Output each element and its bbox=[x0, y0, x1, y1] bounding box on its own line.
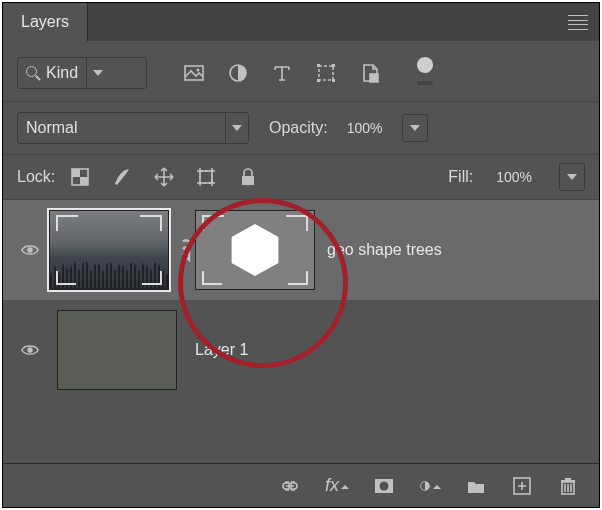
adjustment-layer-filter-icon[interactable] bbox=[227, 62, 249, 84]
svg-rect-6 bbox=[317, 79, 320, 82]
eye-icon bbox=[20, 340, 40, 360]
lock-icons-group bbox=[69, 166, 259, 188]
svg-rect-7 bbox=[332, 79, 335, 82]
svg-rect-5 bbox=[332, 64, 335, 67]
lock-image-icon[interactable] bbox=[111, 166, 133, 188]
delete-layer-icon[interactable] bbox=[557, 475, 579, 497]
svg-marker-21 bbox=[341, 485, 349, 489]
eye-icon bbox=[20, 240, 40, 260]
lock-all-icon[interactable] bbox=[237, 166, 259, 188]
lock-artboard-icon[interactable] bbox=[195, 166, 217, 188]
fill-value-text: 100% bbox=[488, 169, 540, 185]
filter-toggle[interactable] bbox=[409, 63, 433, 83]
svg-rect-12 bbox=[80, 177, 88, 185]
chevron-down-icon bbox=[87, 58, 109, 88]
svg-point-20 bbox=[27, 347, 32, 352]
lock-label: Lock: bbox=[17, 168, 55, 186]
layer-mask-thumbnail[interactable] bbox=[195, 210, 315, 290]
search-icon bbox=[26, 66, 40, 80]
lock-transparency-icon[interactable] bbox=[69, 166, 91, 188]
svg-point-1 bbox=[197, 69, 200, 72]
svg-rect-33 bbox=[561, 480, 575, 482]
new-group-icon[interactable] bbox=[465, 475, 487, 497]
visibility-toggle[interactable] bbox=[11, 240, 49, 260]
lock-fill-row: Lock: Fill: 100% bbox=[3, 155, 599, 200]
layers-panel: Layers Kind bbox=[2, 2, 600, 508]
svg-point-19 bbox=[27, 247, 32, 252]
add-mask-icon[interactable] bbox=[373, 475, 395, 497]
panel-tab-bar: Layers bbox=[3, 3, 599, 41]
blend-mode-dropdown[interactable]: Normal bbox=[17, 112, 249, 144]
blend-mode-label: Normal bbox=[26, 119, 78, 137]
toggle-notch-icon bbox=[417, 81, 433, 85]
tab-layers[interactable]: Layers bbox=[3, 3, 88, 41]
chevron-down-icon bbox=[567, 174, 577, 180]
svg-rect-8 bbox=[370, 74, 378, 82]
mask-link-icon[interactable] bbox=[177, 234, 195, 267]
layer-list: geo shape trees Layer 1 bbox=[3, 200, 599, 463]
svg-rect-11 bbox=[72, 169, 80, 177]
svg-rect-3 bbox=[319, 66, 333, 80]
svg-rect-18 bbox=[242, 176, 254, 185]
lock-position-icon[interactable] bbox=[153, 166, 175, 188]
chevron-down-icon bbox=[410, 125, 420, 131]
tab-bar-spacer bbox=[88, 3, 599, 41]
opacity-slider-toggle[interactable] bbox=[402, 114, 428, 142]
layer-name[interactable]: geo shape trees bbox=[327, 241, 442, 259]
layer-row[interactable]: geo shape trees bbox=[3, 200, 599, 300]
new-layer-icon[interactable] bbox=[511, 475, 533, 497]
svg-rect-4 bbox=[317, 64, 320, 67]
opacity-value[interactable]: 100% bbox=[338, 114, 392, 142]
filter-type-dropdown[interactable]: Kind bbox=[17, 57, 147, 89]
fill-value[interactable]: 100% bbox=[487, 163, 541, 191]
new-adjustment-layer-icon[interactable] bbox=[419, 475, 441, 497]
fx-label-text: fx bbox=[325, 475, 339, 496]
layer-name[interactable]: Layer 1 bbox=[195, 341, 248, 359]
svg-point-23 bbox=[380, 481, 389, 490]
shape-layer-filter-icon[interactable] bbox=[315, 62, 337, 84]
layer-row[interactable]: Layer 1 bbox=[3, 300, 599, 400]
blend-opacity-row: Normal Opacity: 100% bbox=[3, 102, 599, 155]
chevron-down-icon bbox=[433, 478, 441, 494]
layer-thumbnail[interactable] bbox=[57, 310, 177, 390]
filter-icon-group bbox=[183, 62, 381, 84]
layer-filter-row: Kind bbox=[3, 41, 599, 102]
fill-label[interactable]: Fill: bbox=[448, 168, 473, 186]
filter-type-label: Kind bbox=[46, 64, 78, 82]
hexagon-shape-icon bbox=[229, 224, 281, 276]
opacity-label[interactable]: Opacity: bbox=[269, 119, 328, 137]
type-layer-filter-icon[interactable] bbox=[271, 62, 293, 84]
panel-menu-icon[interactable] bbox=[567, 11, 589, 33]
svg-rect-34 bbox=[565, 478, 571, 480]
layer-actions-bar: fx bbox=[3, 463, 599, 507]
opacity-value-text: 100% bbox=[339, 120, 391, 136]
svg-marker-25 bbox=[433, 485, 441, 489]
smartobject-layer-filter-icon[interactable] bbox=[359, 62, 381, 84]
fill-slider-toggle[interactable] bbox=[559, 163, 585, 191]
chevron-down-icon bbox=[226, 113, 248, 143]
svg-rect-13 bbox=[200, 171, 212, 183]
chevron-down-icon bbox=[341, 475, 349, 496]
link-layers-icon[interactable] bbox=[279, 475, 301, 497]
visibility-toggle[interactable] bbox=[11, 340, 49, 360]
toggle-dot-icon bbox=[417, 57, 433, 73]
pixel-layer-filter-icon[interactable] bbox=[183, 62, 205, 84]
layer-thumbnail[interactable] bbox=[49, 210, 169, 290]
layer-effects-button[interactable]: fx bbox=[325, 475, 349, 496]
